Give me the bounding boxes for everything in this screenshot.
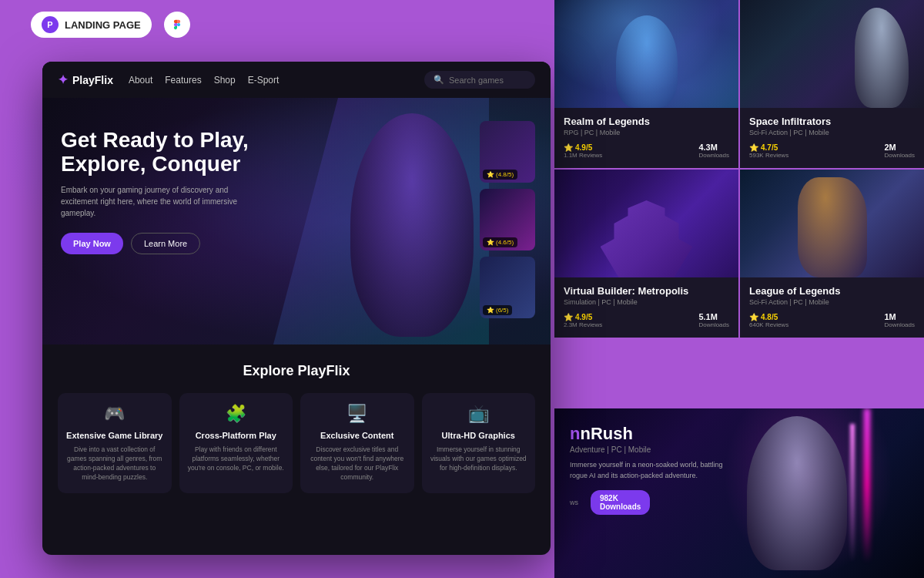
neon-rush-content: nnRush Adventure | PC | Mobile Immerse y… [570,424,739,515]
game-card-realm[interactable]: Realm of Legends RPG | PC | Mobile ⭐ 4.9… [554,0,738,168]
neon-rush-title: nnRush [570,424,739,444]
nav-shop[interactable]: Shop [214,75,236,86]
lol-title: League of Legends [749,285,915,297]
vbuilder-downloads-label: Downloads [698,321,729,328]
realm-genre: RPG | PC | Mobile [564,129,729,136]
explore-section: Explore PlayFlix 🎮 Extensive Game Librar… [42,344,551,509]
neon-rush-genre: Adventure | PC | Mobile [570,445,739,454]
feature-title-0: Extensive Game Library [65,430,164,441]
star-icon: ⭐ [749,313,758,321]
nav-links: About Features Shop E-Sport [129,75,409,86]
brand: ✦ PlayFlix [58,72,113,87]
vbuilder-reviews: 2.3M Reviews [564,321,602,328]
game-card-vbuilder[interactable]: Virtual Builder: Metropolis Simulation |… [554,170,738,338]
space-rating-group: ⭐ 4.7/5 593K Reviews [749,143,788,159]
badge-label: LANDING PAGE [65,19,141,31]
cross-platform-icon: 🧩 [187,404,286,424]
nav-esport[interactable]: E-Sport [248,75,280,86]
hero-title: Get Ready to Play, Explore, Conquer [61,129,276,176]
lol-genre: Sci-Fi Action | PC | Mobile [749,298,915,306]
space-char [855,8,909,108]
space-downloads-label: Downloads [884,152,915,159]
hero-buttons: Play Now Learn More [61,233,276,254]
feature-title-1: Cross-Platform Play [187,430,286,441]
app-window: ✦ PlayFlix About Features Shop E-Sport 🔍… [42,62,551,555]
space-reviews: 593K Reviews [749,152,788,159]
nr-reviews: ws [570,499,578,506]
navbar: ✦ PlayFlix About Features Shop E-Sport 🔍 [42,62,551,98]
space-info: Space Infiltrators Sci-Fi Action | PC | … [740,108,924,168]
vbuilder-genre: Simulation | PC | Mobile [564,298,729,306]
char-rating-3: ⭐ (6/5) [483,305,512,315]
neon-rush-desc: Immerse yourself in a neon-soaked world,… [570,460,739,481]
star-icon: ⭐ [749,143,758,152]
feature-desc-3: Immerse yourself in stunning visuals wit… [430,445,528,473]
neon-figure [724,408,893,578]
star-icon: ⭐ [564,313,573,321]
p-icon: P [42,16,59,33]
games-grid: Realm of Legends RPG | PC | Mobile ⭐ 4.9… [554,0,924,338]
right-panel: Realm of Legends RPG | PC | Mobile ⭐ 4.9… [539,0,924,578]
nr-downloads-btn[interactable]: 982K Downloads [591,490,650,515]
neon-rush-card[interactable]: nnRush Adventure | PC | Mobile Immerse y… [554,408,924,578]
realm-char [616,15,678,108]
feature-desc-2: Discover exclusive titles and content yo… [308,445,407,482]
landing-badge: P LANDING PAGE [31,12,152,38]
search-bar[interactable]: 🔍 [424,71,535,89]
realm-info: Realm of Legends RPG | PC | Mobile ⭐ 4.9… [554,108,738,168]
feature-title-2: Exclusive Content [308,430,407,441]
lol-image [740,170,924,277]
nav-about[interactable]: About [129,75,152,86]
space-rating: ⭐ 4.7/5 [749,143,788,152]
top-bar: P LANDING PAGE [31,12,190,38]
game-library-icon: 🎮 [65,404,164,424]
char-rating-2: ⭐ (4.6/5) [483,237,517,247]
play-now-button[interactable]: Play Now [61,233,123,254]
realm-downloads-group: 4.3M Downloads [698,143,729,159]
lol-stats: ⭐ 4.8/5 640K Reviews 1M Downloads [749,312,915,328]
vbuilder-city [601,200,693,277]
hero-content: Get Ready to Play, Explore, Conquer Emba… [61,129,276,254]
feature-desc-0: Dive into a vast collection of games spa… [65,445,164,482]
char-card-2: ⭐ (4.6/5) [480,189,535,250]
feature-card-0: 🎮 Extensive Game Library Dive into a vas… [58,393,172,493]
char-card-3: ⭐ (6/5) [480,257,535,318]
vbuilder-image [554,170,738,277]
nav-features[interactable]: Features [165,75,201,86]
char-card-1: ⭐ (4.8/5) [480,121,535,183]
brand-name: PlayFlix [72,74,113,86]
lol-downloads-label: Downloads [884,321,915,328]
search-icon: 🔍 [434,75,444,85]
figma-icon [164,12,190,38]
lol-downloads-group: 1M Downloads [884,312,915,328]
char-cards: ⭐ (4.8/5) ⭐ (4.6/5) ⭐ (6/5) [480,121,535,318]
realm-stats: ⭐ 4.9/5 1.1M Reviews 4.3M Downloads [564,143,729,159]
hero-section: Get Ready to Play, Explore, Conquer Emba… [42,98,551,344]
search-input[interactable] [449,76,526,85]
space-downloads: 2M [884,143,915,152]
lol-rating-group: ⭐ 4.8/5 640K Reviews [749,313,788,328]
realm-title: Realm of Legends [564,116,729,127]
vbuilder-rating: ⭐ 4.9/5 [564,313,602,321]
realm-image [554,0,738,108]
lol-downloads: 1M [884,312,915,321]
learn-more-button[interactable]: Learn More [131,233,200,254]
vbuilder-rating-group: ⭐ 4.9/5 2.3M Reviews [564,313,602,328]
feature-card-3: 📺 Ultra-HD Graphics Immerse yourself in … [422,393,536,493]
feature-card-2: 🖥️ Exclusive Content Discover exclusive … [300,393,414,493]
neon-light-2 [850,424,855,563]
brand-icon: ✦ [58,72,68,87]
lol-char [798,177,867,277]
features-grid: 🎮 Extensive Game Library Dive into a vas… [58,393,535,493]
realm-downloads: 4.3M [698,143,729,152]
game-card-lol[interactable]: League of Legends Sci-Fi Action | PC | M… [740,170,924,338]
lol-info: League of Legends Sci-Fi Action | PC | M… [740,277,924,338]
space-image [740,0,924,108]
space-downloads-group: 2M Downloads [884,143,915,159]
ultra-hd-icon: 📺 [430,404,528,424]
game-card-space[interactable]: Space Infiltrators Sci-Fi Action | PC | … [740,0,924,168]
realm-rating: ⭐ 4.9/5 [564,143,602,152]
star-icon: ⭐ [564,143,573,152]
space-title: Space Infiltrators [749,116,915,127]
explore-title: Explore PlayFlix [58,363,535,379]
